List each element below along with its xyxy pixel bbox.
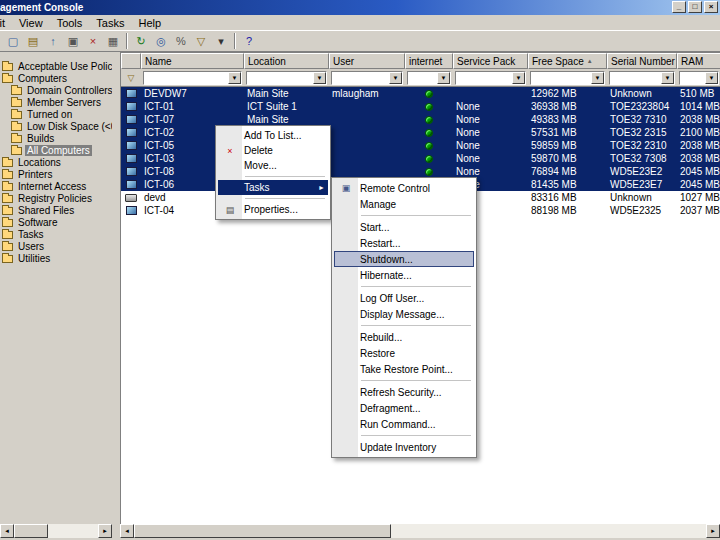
sidebar-item-computers[interactable]: Computers: [0, 72, 112, 84]
dropdown-arrow-icon[interactable]: ▼: [228, 72, 241, 84]
sidebar-item-shared-files[interactable]: Shared Files: [0, 204, 112, 216]
column-header-icon[interactable]: [121, 53, 141, 69]
menu-item-hibernate[interactable]: Hibernate...: [334, 267, 474, 283]
table-row-ict-01[interactable]: ICT-01ICT Suite 1None36938 MBTOE23238041…: [121, 100, 720, 113]
dropdown-arrow-icon[interactable]: ▼: [661, 72, 674, 84]
sidebar-item-member-servers[interactable]: Member Servers: [0, 96, 112, 108]
menu-item-remote-control[interactable]: ▣Remote Control: [334, 180, 474, 196]
scroll-right-icon[interactable]: ▸: [98, 524, 112, 538]
panel-splitter[interactable]: [112, 52, 120, 538]
sidebar-item-acceptable-use-policies[interactable]: Acceptable Use Policies: [0, 60, 112, 72]
help-icon[interactable]: ?: [239, 32, 259, 50]
menu-help[interactable]: Help: [131, 16, 168, 30]
sidebar-item-all-computers[interactable]: All Computers: [0, 144, 112, 156]
menu-item-add-to-list[interactable]: Add To List...: [218, 128, 328, 143]
filter-combo-ram[interactable]: ▼: [679, 71, 719, 85]
sidebar-item-registry-policies[interactable]: Registry Policies: [0, 192, 112, 204]
menu-item-update-inventory[interactable]: Update Inventory: [334, 439, 474, 455]
filter-combo-free-space[interactable]: ▼: [530, 71, 605, 85]
filter-icon[interactable]: ▽: [191, 32, 211, 50]
copy-icon[interactable]: ▣: [63, 32, 83, 50]
menu-item-rebuild[interactable]: Rebuild...: [334, 329, 474, 345]
new-item-icon[interactable]: ▢: [3, 32, 23, 50]
up-level-icon[interactable]: ↑: [43, 32, 63, 50]
menu-item-tasks[interactable]: Tasks►: [218, 180, 328, 195]
close-button[interactable]: ×: [704, 1, 718, 13]
scroll-left-icon[interactable]: ◂: [120, 524, 134, 538]
dropdown-arrow-icon[interactable]: ▼: [313, 72, 326, 84]
filter-funnel-icon[interactable]: ▽: [128, 73, 135, 83]
find-icon[interactable]: ◎: [151, 32, 171, 50]
scroll-thumb[interactable]: [14, 524, 48, 538]
menu-item-properties[interactable]: ▤Properties...: [218, 202, 328, 217]
column-header-internet[interactable]: internet: [405, 53, 453, 69]
sidebar-item-tasks[interactable]: Tasks: [0, 228, 112, 240]
table-row-ict-07[interactable]: ICT-07Main SiteNone49383 MBTOE32 7310203…: [121, 113, 720, 126]
column-header-name[interactable]: Name: [141, 53, 244, 69]
open-folder-icon[interactable]: ▤: [23, 32, 43, 50]
column-header-user[interactable]: User: [329, 53, 405, 69]
menu-item-restore[interactable]: Restore: [334, 345, 474, 361]
table-scrollbar[interactable]: ◂ ▸: [120, 524, 720, 538]
scroll-track[interactable]: [14, 524, 98, 538]
dropdown-arrow-icon[interactable]: ▼: [437, 72, 450, 84]
refresh-icon[interactable]: ↻: [131, 32, 151, 50]
dropdown-arrow-icon[interactable]: ▼: [512, 72, 525, 84]
column-header-serial-number[interactable]: Serial Number: [607, 53, 677, 69]
column-header-free-space[interactable]: Free Space▲: [528, 53, 607, 69]
minimize-button[interactable]: _: [672, 1, 686, 13]
menu-item-refresh-security[interactable]: Refresh Security...: [334, 384, 474, 400]
menu-item-display-message[interactable]: Display Message...: [334, 306, 474, 322]
sidebar-item-low-disk-space-0-5gb[interactable]: Low Disk Space (<0.5GB): [0, 120, 112, 132]
sidebar-item-builds[interactable]: Builds: [0, 132, 112, 144]
menu-tasks[interactable]: Tasks: [89, 16, 131, 30]
filter-combo-internet[interactable]: ▼: [407, 71, 451, 85]
sidebar-item-turned-on[interactable]: Turned on: [0, 108, 112, 120]
menu-item-shutdown[interactable]: Shutdown...: [334, 251, 474, 267]
sidebar-item-locations[interactable]: Locations: [0, 156, 112, 168]
filter-dropdown-icon[interactable]: ▾: [211, 32, 231, 50]
menu-item-delete[interactable]: ×Delete: [218, 143, 328, 158]
filter-combo-name[interactable]: ▼: [143, 71, 242, 85]
menu-item-log-off-user[interactable]: Log Off User...: [334, 290, 474, 306]
column-header-ram[interactable]: RAM: [677, 53, 720, 69]
scroll-right-icon[interactable]: ▸: [706, 524, 720, 538]
table-row-ict-05[interactable]: ICT-05None59859 MBTOE32 23102038 MB: [121, 139, 720, 152]
sidebar-item-domain-controllers[interactable]: Domain Controllers: [0, 84, 112, 96]
sidebar-item-users[interactable]: Users: [0, 240, 112, 252]
sidebar-scrollbar[interactable]: ◂ ▸: [0, 524, 112, 538]
table-row-devdw7[interactable]: DEVDW7Main Sitemlaugham12962 MBUnknown51…: [121, 87, 720, 100]
menu-view[interactable]: View: [12, 16, 50, 30]
sidebar-item-printers[interactable]: Printers: [0, 168, 112, 180]
delete-icon[interactable]: ×: [83, 32, 103, 50]
filter-combo-service-pack[interactable]: ▼: [455, 71, 526, 85]
scroll-thumb[interactable]: [134, 524, 391, 538]
menu-edit[interactable]: Edit: [0, 16, 12, 30]
menu-item-run-command[interactable]: Run Command...: [334, 416, 474, 432]
dropdown-arrow-icon[interactable]: ▼: [591, 72, 604, 84]
percent-icon[interactable]: %: [171, 32, 191, 50]
maximize-button[interactable]: □: [688, 1, 702, 13]
scroll-track[interactable]: [134, 524, 706, 538]
properties-icon[interactable]: ▦: [103, 32, 123, 50]
menu-item-start[interactable]: Start...: [334, 219, 474, 235]
table-row-ict-02[interactable]: ICT-02None57531 MBTOE32 23152100 MB: [121, 126, 720, 139]
table-row-ict-03[interactable]: ICT-03None59870 MBTOE32 73082038 MB: [121, 152, 720, 165]
filter-combo-user[interactable]: ▼: [331, 71, 403, 85]
menu-tools[interactable]: Tools: [50, 16, 90, 30]
filter-combo-serial-number[interactable]: ▼: [609, 71, 675, 85]
menu-item-move[interactable]: Move...: [218, 158, 328, 173]
menu-item-take-restore-point[interactable]: Take Restore Point...: [334, 361, 474, 377]
menu-item-restart[interactable]: Restart...: [334, 235, 474, 251]
menu-item-defragment[interactable]: Defragment...: [334, 400, 474, 416]
sidebar-item-utilities[interactable]: Utilities: [0, 252, 112, 264]
dropdown-arrow-icon[interactable]: ▼: [705, 72, 718, 84]
column-header-service-pack[interactable]: Service Pack: [453, 53, 528, 69]
column-header-location[interactable]: Location: [244, 53, 329, 69]
filter-combo-location[interactable]: ▼: [246, 71, 327, 85]
dropdown-arrow-icon[interactable]: ▼: [389, 72, 402, 84]
menu-item-manage[interactable]: Manage: [334, 196, 474, 212]
sidebar-item-software[interactable]: Software: [0, 216, 112, 228]
sidebar-item-internet-access[interactable]: Internet Access: [0, 180, 112, 192]
scroll-left-icon[interactable]: ◂: [0, 524, 14, 538]
